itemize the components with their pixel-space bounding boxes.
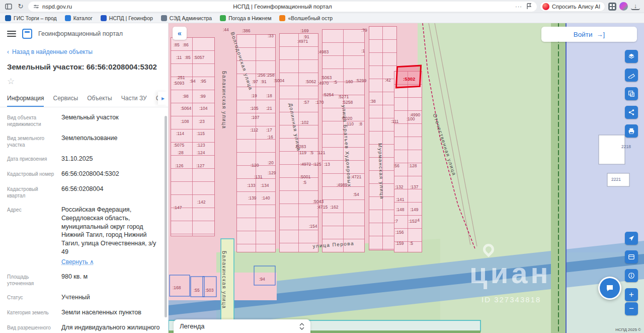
back-link[interactable]: ‹ Назад в найденные объекты	[0, 44, 168, 57]
field-value: Земельный участок	[61, 113, 119, 122]
tab-Сервисы[interactable]: Сервисы	[53, 95, 78, 107]
more-menu-icon[interactable]: ···	[515, 4, 522, 10]
bookmark-label: ГИС Торги – прод	[14, 15, 57, 21]
parcel-block[interactable]	[279, 33, 318, 252]
collapse-panel-button[interactable]: «	[173, 27, 187, 40]
login-button[interactable]: Войти →]	[541, 27, 637, 42]
field-value-wrap: 66:56:0208004	[61, 185, 103, 199]
field-row: Вид объекта недвижимостиЗемельный участо…	[7, 113, 161, 127]
parcel-block[interactable]	[171, 37, 215, 236]
bookmark-favicon	[279, 15, 285, 21]
field-row: Дата присвоения31.10.2025	[7, 155, 161, 163]
ruler-button[interactable]	[625, 69, 638, 82]
parcel-block[interactable]	[322, 29, 365, 252]
field-value-wrap: 66:56:0208004:5302	[61, 170, 119, 178]
profile-avatar[interactable]	[619, 2, 628, 11]
panel-header: Геоинформационный портал	[0, 23, 168, 44]
field-row: Вид земельного участкаЗемлепользование	[7, 134, 161, 148]
share-button[interactable]	[625, 106, 638, 119]
tab-Части ЗУ[interactable]: Части ЗУ	[121, 95, 147, 107]
field-label: Кадастровый номер	[7, 170, 56, 178]
legend-bar[interactable]: Легенда	[174, 319, 310, 333]
field-value-wrap: Земли населенных пунктов	[61, 308, 141, 317]
refresh-icon[interactable]: ↻	[16, 2, 25, 11]
panels-icon[interactable]	[4, 2, 13, 11]
field-value-wrap: Землепользование	[61, 134, 117, 148]
bookmark-favicon	[161, 15, 167, 21]
field-value: 31.10.2025	[61, 155, 93, 163]
locate-button[interactable]	[625, 232, 638, 245]
field-value-wrap: Земельный участок	[61, 113, 119, 127]
field-value: Российская Федерация, Свердловская облас…	[61, 206, 161, 256]
nspd-logo-icon	[22, 29, 32, 39]
field-label: Вид земельного участка	[7, 134, 56, 148]
bookmark-label: НСПД | Геоинфор	[109, 15, 153, 21]
page-title: Земельный участок: 66:56:0208004:5302	[0, 57, 168, 73]
field-value: 66:56:0208004	[61, 185, 103, 193]
field-value: 980 кв. м	[61, 273, 88, 281]
measure-area-button[interactable]	[625, 87, 638, 100]
bookmark-item[interactable]: «Волшебный остр	[279, 15, 333, 21]
tabs-scroll-right-button[interactable]: ▸	[158, 92, 168, 105]
login-label: Войти	[574, 31, 593, 38]
menu-button[interactable]	[7, 31, 16, 37]
zoom-out-button[interactable]: −	[625, 302, 638, 315]
url-text: nspd.gov.ru	[42, 4, 72, 10]
bookmark-label: СЭД Администра	[170, 15, 212, 21]
bookmark-item[interactable]: Погода в Нижнем	[220, 15, 271, 21]
back-label: Назад в найденные объекты	[12, 48, 93, 55]
field-value-wrap: Для индивидуального жилищного строительс…	[61, 323, 161, 333]
field-row: Кадастровый номер66:56:0208004:5302	[7, 170, 161, 178]
legend-expand-icon	[299, 323, 304, 330]
collections-icon[interactable]	[608, 3, 616, 11]
basemap-button[interactable]	[625, 250, 638, 263]
bookmark-item[interactable]: НСПД | Геоинфор	[101, 15, 153, 21]
favorite-star-icon[interactable]: ☆	[0, 73, 168, 90]
object-info-panel: Геоинформационный портал ‹ Назад в найде…	[0, 23, 169, 333]
field-value-wrap: 31.10.2025	[61, 155, 93, 163]
legend-label: Легенда	[180, 322, 204, 330]
bookmark-label: Погода в Нижнем	[228, 15, 271, 21]
field-row: Категория земельЗемли населенных пунктов	[7, 308, 161, 317]
downloads-icon[interactable]: ↓	[631, 3, 640, 10]
fields-list: Вид объекта недвижимостиЗемельный участо…	[0, 107, 168, 333]
bookmark-favicon	[220, 15, 226, 21]
map-canvas[interactable]: Балакинская улицаВолгодонская улицаДолин…	[169, 23, 644, 333]
map-attribution: НСПД 2025 ©	[615, 327, 641, 332]
parcel-block[interactable]	[394, 71, 422, 252]
ask-alice-button[interactable]: Спросить Алису AI	[540, 2, 605, 12]
collapse-address-link[interactable]: Свернуть ∧	[61, 258, 94, 265]
field-label: Вид разрешенного использования	[7, 323, 56, 333]
parcel-block[interactable]	[236, 34, 276, 252]
browser-chrome: ↻ nspd.gov.ru НСПД | Геоинформационный п…	[0, 0, 644, 13]
address-bar[interactable]: nspd.gov.ru НСПД | Геоинформационный пор…	[28, 2, 537, 12]
field-row: АдресРоссийская Федерация, Свердловская …	[7, 206, 161, 266]
info-button[interactable]	[625, 269, 638, 282]
field-value: Учтенный	[61, 293, 90, 302]
bookmark-label: «Волшебный остр	[288, 15, 333, 21]
bookmark-favicon	[101, 15, 107, 21]
layers-button[interactable]	[625, 50, 638, 63]
chat-button[interactable]	[598, 277, 621, 300]
bookmark-item[interactable]: ГИС Торги – прод	[5, 15, 57, 21]
parcel-block[interactable]	[369, 26, 397, 250]
bookmark-item[interactable]: СЭД Администра	[161, 15, 212, 21]
bookmark-item[interactable]: Каталог	[65, 15, 93, 21]
field-value: Земли населенных пунктов	[61, 308, 141, 317]
alice-icon	[542, 3, 549, 10]
tab-Информация[interactable]: Информация	[7, 95, 44, 107]
field-label: Категория земель	[7, 308, 56, 317]
print-button[interactable]	[625, 124, 638, 138]
zoom-in-button[interactable]: +	[625, 288, 638, 301]
tab-title: НСПД | Геоинформационный портал	[28, 4, 537, 10]
tab-Объекты[interactable]: Объекты	[87, 95, 112, 107]
login-arrow-icon: →]	[597, 31, 605, 38]
field-row: Площадь уточненная980 кв. м	[7, 273, 161, 287]
field-row: Кадастровый квартал66:56:0208004	[7, 185, 161, 199]
bookmark-flag-icon[interactable]	[526, 3, 532, 10]
field-value: 66:56:0208004:5302	[61, 170, 119, 178]
panel-scrollbar[interactable]	[165, 116, 167, 317]
field-row: Вид разрешенного использованияДля индиви…	[7, 323, 161, 333]
selected-parcel[interactable]	[395, 65, 422, 89]
field-value-wrap: 980 кв. м	[61, 273, 88, 287]
